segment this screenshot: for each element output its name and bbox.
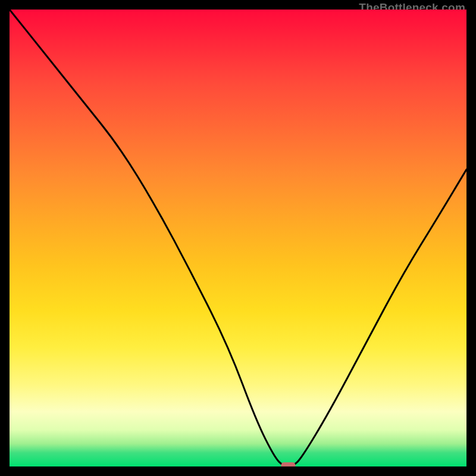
chart-frame: TheBottleneck.com — [10, 10, 466, 466]
plot-area — [10, 10, 466, 466]
heat-gradient — [10, 10, 466, 466]
